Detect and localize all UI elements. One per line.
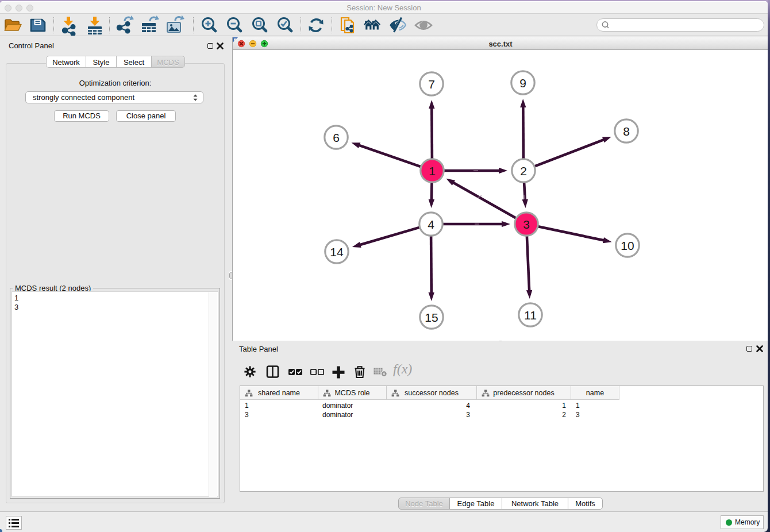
svg-text:6: 6 xyxy=(333,131,340,144)
svg-text:4: 4 xyxy=(428,218,434,231)
svg-text:2: 2 xyxy=(520,164,527,178)
svg-text:14: 14 xyxy=(330,245,344,259)
svg-text:15: 15 xyxy=(425,311,438,324)
svg-text:1: 1 xyxy=(429,164,436,178)
svg-text:9: 9 xyxy=(519,76,526,90)
svg-text:8: 8 xyxy=(623,125,630,138)
svg-text:7: 7 xyxy=(428,78,435,91)
svg-text:11: 11 xyxy=(524,309,537,322)
svg-text:3: 3 xyxy=(523,218,530,231)
svg-text:10: 10 xyxy=(621,239,634,252)
